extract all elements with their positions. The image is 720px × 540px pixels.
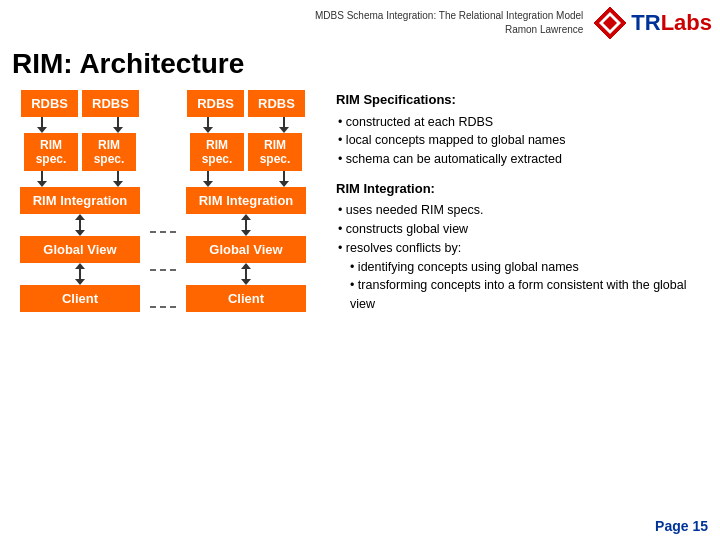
global-view-1: Global View [20, 236, 140, 263]
double-arrow-3 [241, 214, 251, 236]
spec-box-2a: RIMspec. [190, 133, 244, 171]
double-arrow-2 [75, 263, 85, 285]
logo: TRLabs [591, 4, 712, 42]
double-arrow-4 [241, 263, 251, 285]
header: MDBS Schema Integration: The Relational … [0, 0, 720, 44]
integration-title: RIM Integration: [336, 179, 706, 199]
specs-bullet-1: • constructed at each RDBS [338, 113, 706, 132]
integration-bullet-5: • transforming concepts into a form cons… [350, 276, 706, 314]
spec-row-2: RIMspec. RIMspec. [190, 133, 302, 171]
specs-bullet-2: • local concepts mapped to global names [338, 131, 706, 150]
page-number: Page 15 [655, 518, 708, 534]
arrows-spec-to-int-1 [37, 171, 123, 187]
specs-section: RIM Specifications: • constructed at eac… [336, 90, 706, 169]
client-box-2: Client [186, 285, 306, 312]
diagram-1: RDBS RDBS RIMspec. RIMspec. [10, 90, 150, 312]
rdbs-box-2a: RDBS [187, 90, 244, 117]
text-area: RIM Specifications: • constructed at eac… [332, 90, 710, 324]
specs-bullet-3: • schema can be automatically extracted [338, 150, 706, 169]
global-view-2: Global View [186, 236, 306, 263]
specs-title: RIM Specifications: [336, 90, 706, 110]
double-arrow-1 [75, 214, 85, 236]
integration-section: RIM Integration: • uses needed RIM specs… [336, 179, 706, 314]
diagram-2: RDBS RDBS RIMspec. RIMspec. [176, 90, 316, 312]
rdbs-box-2b: RDBS [248, 90, 305, 117]
spec-box-1a: RIMspec. [24, 133, 78, 171]
rdbs-row-2: RDBS RDBS [187, 90, 305, 117]
spec-box-2b: RIMspec. [248, 133, 302, 171]
arrows-rdbs-to-spec-1 [37, 117, 123, 133]
rdbs-box-1a: RDBS [21, 90, 78, 117]
spec-row-1: RIMspec. RIMspec. [24, 133, 136, 171]
arrows-rdbs-to-spec-2 [203, 117, 289, 133]
rim-integration-1: RIM Integration [20, 187, 140, 214]
page-title: RIM: Architecture [0, 44, 720, 90]
spec-box-1b: RIMspec. [82, 133, 136, 171]
rim-integration-2: RIM Integration [186, 187, 306, 214]
logo-diamond-icon [591, 4, 629, 42]
dashed-connector-client [150, 306, 176, 308]
diagrams-area: RDBS RDBS RIMspec. RIMspec. [10, 90, 316, 324]
h-connectors [150, 90, 176, 324]
integration-bullet-1: • uses needed RIM specs. [338, 201, 706, 220]
rdbs-box-1b: RDBS [82, 90, 139, 117]
logo-text: TRLabs [631, 10, 712, 36]
header-text: MDBS Schema Integration: The Relational … [315, 9, 583, 37]
integration-bullet-3: • resolves conflicts by: [338, 239, 706, 258]
arrows-spec-to-int-2 [203, 171, 289, 187]
rdbs-row-1: RDBS RDBS [21, 90, 139, 117]
client-box-1: Client [20, 285, 140, 312]
integration-bullet-2: • constructs global view [338, 220, 706, 239]
main-content: RDBS RDBS RIMspec. RIMspec. [0, 90, 720, 324]
integration-bullet-4: • identifying concepts using global name… [350, 258, 706, 277]
